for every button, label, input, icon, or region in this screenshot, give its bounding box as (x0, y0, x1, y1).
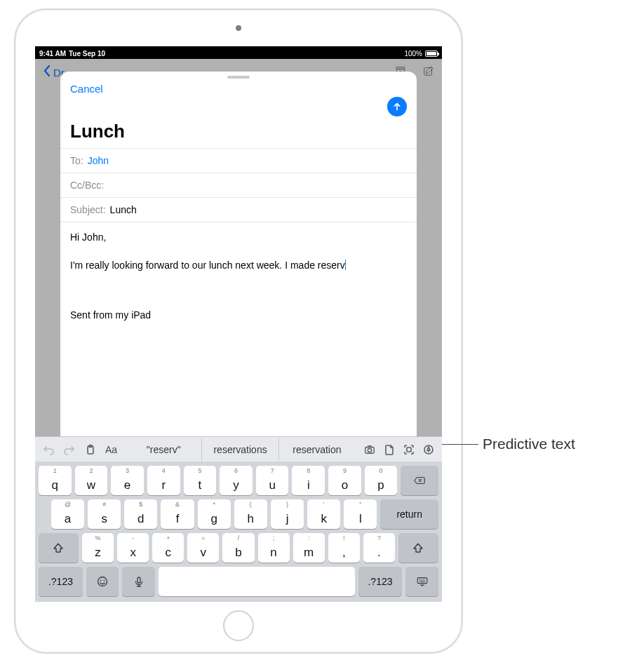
send-button[interactable] (387, 97, 407, 116)
return-key[interactable]: return (380, 499, 438, 529)
shift-key-right[interactable] (398, 533, 438, 563)
key-i[interactable]: 8i (292, 466, 325, 495)
clipboard-icon[interactable] (81, 440, 100, 459)
signature: Sent from my iPad (70, 307, 407, 323)
cancel-button[interactable]: Cancel (70, 81, 103, 95)
key-v[interactable]: =v (187, 533, 219, 563)
callout-label: Predictive text (483, 436, 575, 452)
subject-label: Subject: (70, 204, 106, 215)
scan-icon[interactable] (400, 440, 418, 459)
key-z[interactable]: %z (82, 533, 114, 563)
body-line1: Hi John, (70, 229, 407, 245)
document-icon[interactable] (380, 440, 398, 459)
home-button[interactable] (223, 610, 254, 641)
svg-rect-13 (137, 577, 140, 583)
key-l[interactable]: "l (344, 499, 377, 529)
keyboard-toolbar: Aa "reserv" reservations reservation (35, 436, 442, 462)
predictive-bar: "reserv" reservations reservation (126, 438, 355, 461)
key-x[interactable]: -x (117, 533, 149, 563)
emoji-key[interactable] (86, 567, 119, 596)
battery-percent: 100% (404, 50, 422, 58)
undo-icon[interactable] (39, 440, 58, 459)
svg-point-12 (104, 580, 105, 582)
shift-key-left[interactable] (39, 533, 79, 563)
text-cursor (345, 260, 347, 270)
font-button[interactable]: Aa (102, 444, 120, 455)
key-,[interactable]: !, (328, 533, 360, 563)
ccbcc-label[interactable]: Cc/Bcc: (70, 180, 104, 191)
key-s[interactable]: #s (88, 499, 121, 529)
key-d[interactable]: $d (124, 499, 157, 529)
to-label: To: (70, 155, 83, 166)
ipad-device-frame: 9:41 AM Tue Sep 10 100% (14, 8, 463, 654)
prediction-3[interactable]: reservation (278, 438, 355, 461)
hide-keyboard-key[interactable] (405, 567, 438, 596)
svg-point-11 (100, 580, 102, 582)
status-date: Tue Sep 10 (69, 50, 105, 58)
svg-point-7 (368, 448, 371, 452)
status-bar: 9:41 AM Tue Sep 10 100% (35, 46, 442, 59)
key-y[interactable]: 6y (220, 466, 253, 495)
front-camera (236, 25, 241, 31)
key-g[interactable]: *g (198, 499, 231, 529)
subject-value[interactable]: Lunch (110, 204, 137, 215)
key-w[interactable]: 2w (75, 466, 108, 495)
numbers-key-left[interactable]: .?123 (39, 567, 83, 596)
delete-key[interactable] (401, 466, 438, 495)
key-.[interactable]: ?. (363, 533, 395, 563)
key-k[interactable]: 'k (307, 499, 340, 529)
prediction-2[interactable]: reservations (201, 438, 278, 461)
key-b[interactable]: /b (222, 533, 254, 563)
status-time: 9:41 AM (39, 50, 66, 58)
space-key[interactable] (159, 567, 354, 596)
redo-icon[interactable] (60, 440, 79, 459)
key-c[interactable]: +c (152, 533, 184, 563)
camera-icon[interactable] (361, 440, 379, 459)
key-r[interactable]: 4r (147, 466, 180, 495)
numbers-key-right[interactable]: .?123 (358, 567, 403, 596)
key-n[interactable]: ;n (258, 533, 290, 563)
key-t[interactable]: 5t (184, 466, 217, 495)
body-line2: I'm really looking forward to our lunch … (70, 260, 345, 271)
keyboard: Aa "reserv" reservations reservation (35, 436, 442, 602)
key-p[interactable]: 0p (365, 466, 398, 495)
key-m[interactable]: :m (293, 533, 325, 563)
key-f[interactable]: &f (161, 499, 194, 529)
dictation-key[interactable] (122, 567, 155, 596)
prediction-1[interactable]: "reserv" (126, 438, 201, 461)
screen: 9:41 AM Tue Sep 10 100% (35, 46, 442, 602)
key-q[interactable]: 1q (39, 466, 72, 495)
markup-icon[interactable] (419, 440, 438, 459)
key-h[interactable]: (h (234, 499, 267, 529)
svg-point-10 (98, 577, 107, 586)
key-e[interactable]: 3e (111, 466, 144, 495)
key-j[interactable]: )j (271, 499, 304, 529)
to-value[interactable]: John (88, 155, 109, 166)
battery-icon (425, 51, 438, 57)
svg-rect-8 (407, 448, 411, 452)
key-u[interactable]: 7u (256, 466, 289, 495)
key-o[interactable]: 9o (328, 466, 361, 495)
key-a[interactable]: @a (51, 499, 84, 529)
compose-title: Lunch (60, 116, 417, 148)
